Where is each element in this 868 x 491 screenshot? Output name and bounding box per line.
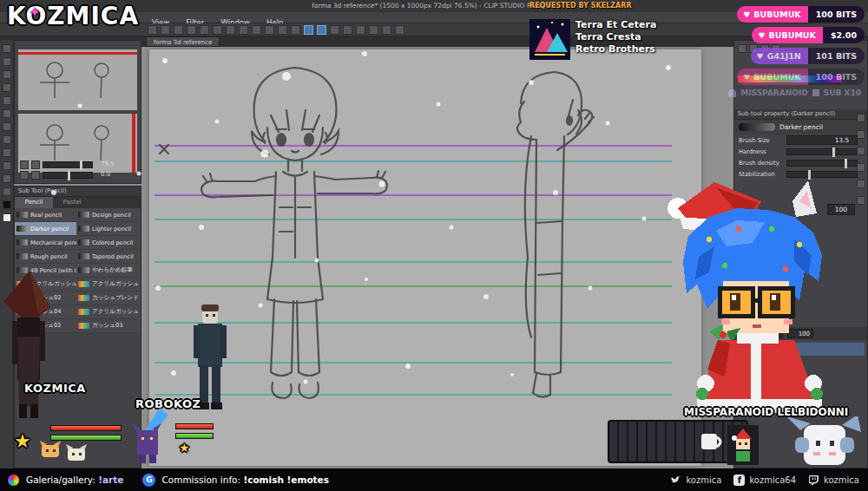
- sub-alert-ghost: MISSPARANOID SUB X10: [728, 88, 861, 97]
- track-title: Terra Et Cetera: [575, 19, 656, 31]
- heart-icon: ♥: [743, 73, 750, 82]
- bits-alert: ♥BUBUMUK 100 BITS: [737, 6, 865, 23]
- stream-screenshot: forma 3d reference* (1500 x 1000px 72dpi…: [0, 0, 868, 491]
- track-title: Retro Brothers: [575, 43, 656, 56]
- santa-mini-character: [727, 425, 759, 465]
- facebook-icon: f: [733, 475, 745, 486]
- cat-character-2: [66, 444, 87, 462]
- social-facebook: f kozmica64: [733, 475, 796, 486]
- social-twitter: kozmica: [670, 475, 721, 486]
- star-character: ★: [14, 430, 31, 452]
- footer-bar: Galeria/gallery: !arte G Commission info…: [0, 468, 868, 491]
- bits-alert: ♥G41J1N 101 BITS: [751, 48, 865, 64]
- gift-icon: [812, 89, 819, 96]
- heart-icon: ♥: [743, 10, 750, 19]
- health-bar-green: [50, 435, 122, 441]
- heart-icon: ♥: [757, 52, 764, 61]
- album-art: [529, 19, 570, 60]
- logo-sparkle-icon: ✦: [29, 3, 41, 21]
- hud-group-left: ★: [10, 418, 132, 467]
- bits-alert-faded: ♥BUBUMUK 100 BITS: [737, 69, 865, 85]
- song-request-block: REQUESTED BY SKELZARR Terra Et Cetera Te…: [529, 2, 738, 10]
- gallery-label: Galeria/gallery:: [26, 475, 95, 485]
- twitter-icon: [670, 475, 681, 486]
- commission-label: Commission info:: [161, 475, 240, 485]
- star-character-small: ★: [179, 441, 190, 455]
- commission-command: !comish !emotes: [243, 475, 329, 485]
- requested-by: REQUESTED BY SKELZARR: [529, 2, 738, 10]
- social-twitch: kozmica: [808, 475, 859, 486]
- health-bar-red: [175, 423, 214, 429]
- logo-text: KOZMICA: [7, 2, 139, 30]
- health-bar-green: [175, 433, 214, 439]
- sword-cat-character: [130, 406, 174, 467]
- palette-icon: [7, 474, 20, 487]
- track-title: Terra Cresta: [575, 31, 656, 43]
- pyramid-head-figure: [0, 257, 54, 422]
- stream-logo: KOZMICA ✦: [7, 2, 172, 36]
- donation-alert: ♥BUBUMUK $2.00: [752, 27, 865, 43]
- gallery-command: !arte: [98, 475, 123, 485]
- ghost-icon: [728, 89, 736, 97]
- vtuber-avatar: [664, 179, 838, 430]
- missparanoid-label: MISSPARANOID LELBIDONNI: [684, 406, 848, 418]
- kozmica-label: KOZMICA: [24, 382, 86, 395]
- commission-icon: G: [142, 474, 155, 487]
- health-bar-red: [50, 425, 122, 431]
- twitch-icon: [808, 475, 819, 486]
- mug: [700, 430, 726, 453]
- hud-group-right: ★: [130, 406, 217, 467]
- heart-icon: ♥: [758, 31, 765, 40]
- cat-character: [40, 441, 61, 458]
